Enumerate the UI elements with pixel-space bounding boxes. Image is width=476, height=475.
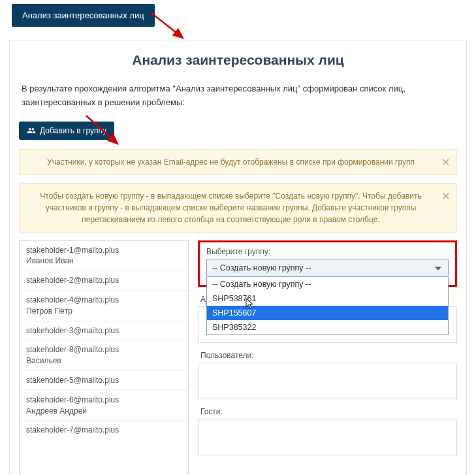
add-to-group-button[interactable]: Добавить в группу [19, 122, 114, 140]
close-icon[interactable]: ✕ [441, 189, 450, 205]
list-item[interactable]: stakeholder-3@mailto.plus [20, 321, 188, 341]
add-button-label: Добавить в группу [40, 126, 106, 135]
list-item[interactable]: stakeholder-5@mailto.plus [20, 371, 188, 391]
svg-line-0 [151, 13, 183, 38]
group-select[interactable]: -- Создать новую группу -- [206, 259, 449, 277]
list-item[interactable]: stakeholder-6@mailto.plusАндреев Андрей [20, 391, 188, 421]
list-item[interactable]: stakeholder-1@mailto.plusИванов Иван [20, 241, 188, 272]
group-select-wrap: -- Создать новую группу -- -- Создать но… [206, 259, 449, 277]
list-item[interactable]: stakeholder-7@mailto.plus [20, 421, 188, 440]
group-dropdown[interactable]: -- Создать новую группу --SHP538761SHP15… [206, 277, 449, 335]
guests-dropzone[interactable] [198, 419, 457, 455]
list-item[interactable]: stakeholder-2@mailto.plus [20, 271, 188, 291]
users-label: Пользователи: [200, 351, 457, 360]
alert-email-warning: Участники, у которых не указан Email-адр… [19, 149, 457, 175]
alert-instructions: Чтобы создать новую группу - в выпадающе… [19, 183, 457, 233]
list-item[interactable]: stakeholder-8@mailto.plusВасильев [20, 340, 188, 371]
tab-stakeholder-analysis[interactable]: Анализ заинтересованных лиц [12, 4, 155, 27]
users-icon [27, 126, 36, 135]
page-title: Анализ заинтересованных лиц [19, 52, 457, 68]
users-dropzone[interactable] [198, 363, 457, 399]
group-select-value: -- Создать новую группу -- [212, 263, 311, 272]
intro-text: В результате прохождения алгоритма "Анал… [22, 82, 454, 110]
dropdown-option[interactable]: SHP385322 [207, 320, 448, 335]
tab-label: Анализ заинтересованных лиц [22, 10, 144, 20]
group-column: Выберите группу: -- Создать новую группу… [198, 240, 457, 455]
alert-text: Чтобы создать новую группу - в выпадающе… [40, 191, 421, 224]
list-item[interactable]: stakeholder-4@mailto.plusПетров Пётр [20, 291, 188, 321]
group-select-label: Выберите группу: [206, 247, 449, 256]
dropdown-option[interactable]: -- Создать новую группу -- [207, 277, 448, 291]
group-select-box: Выберите группу: -- Создать новую группу… [198, 240, 457, 287]
dropdown-option[interactable]: SHP155607 [207, 306, 448, 320]
dropdown-option[interactable]: SHP538761 [207, 291, 448, 306]
stakeholder-list[interactable]: stakeholder-1@mailto.plusИванов Иванstak… [19, 240, 189, 475]
alert-text: Участники, у которых не указан Email-адр… [47, 157, 415, 167]
close-icon[interactable]: ✕ [441, 155, 450, 171]
guests-label: Гости: [200, 407, 457, 416]
main-panel: Анализ заинтересованных лиц В результате… [9, 40, 467, 475]
stakeholder-column: stakeholder-1@mailto.plusИванов Иванstak… [19, 240, 189, 475]
two-column-layout: stakeholder-1@mailto.plusИванов Иванstak… [19, 240, 457, 475]
